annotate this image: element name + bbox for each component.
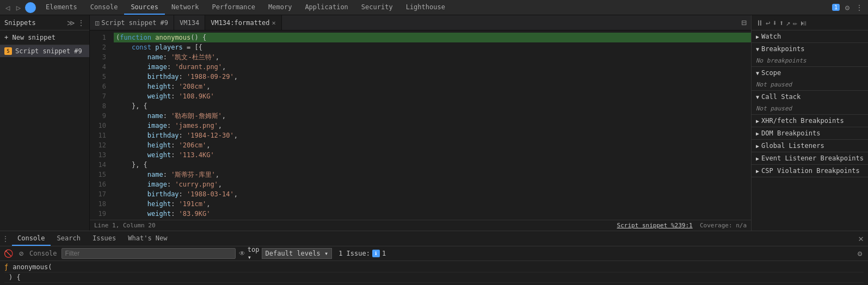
eye-icon[interactable]: 👁: [239, 250, 245, 257]
editor-tab-vm134-formatted[interactable]: VM134:formatted ✕: [205, 15, 282, 30]
main-area: ◫ Script snippet #9 VM134 VM134:formatte…: [90, 15, 751, 231]
sidebar-more[interactable]: ⋮: [77, 18, 85, 27]
code-line-10: image: 'james.png',: [114, 121, 751, 131]
breakpoints-label: Breakpoints: [761, 45, 804, 53]
line-num-4: 4: [90, 62, 112, 72]
editor-tab-vm134-formatted-label: VM134:formatted: [211, 19, 269, 27]
code-line-1: (function anonymous() {: [114, 33, 751, 42]
devtools-logo: [25, 2, 36, 13]
issue-badge[interactable]: 1 Issue: ℹ 1: [338, 250, 386, 257]
line-num-9: 9: [90, 111, 112, 121]
bottom-tab-whatsnew[interactable]: What's New: [122, 231, 173, 246]
bottom-tab-issues[interactable]: Issues: [87, 231, 121, 246]
clear-console-btn[interactable]: 🚫: [3, 249, 13, 258]
csp-arrow: ▶: [756, 168, 759, 174]
csp-header[interactable]: ▶ CSP Violation Breakpoints: [752, 165, 868, 177]
console-line-2: ) {: [4, 272, 864, 283]
deactivate-btn[interactable]: ✏: [793, 18, 797, 27]
step-into-btn[interactable]: ⬇: [772, 18, 777, 27]
editor-tab-vm134[interactable]: VM134: [174, 15, 205, 30]
top-context-btn[interactable]: top ▾: [249, 249, 258, 258]
tab-lighthouse[interactable]: Lighthouse: [399, 0, 452, 15]
panel-area: Snippets ≫ ⋮ + New snippet S Script snip…: [0, 15, 868, 231]
sidebar-item-snippet9[interactable]: S Script snippet #9: [0, 45, 89, 57]
step-btn[interactable]: ↗: [786, 18, 790, 27]
bottom-panel: ⋮ Console Search Issues What's New ✕ 🚫 ⊘…: [0, 231, 868, 285]
dom-header[interactable]: ▶ DOM Breakpoints: [752, 127, 868, 139]
line-num-15: 15: [90, 170, 112, 179]
pause-btn[interactable]: ⏸: [756, 18, 764, 27]
watch-arrow: ▶: [756, 34, 759, 40]
line-num-3: 3: [90, 52, 112, 62]
tab-security[interactable]: Security: [355, 0, 399, 15]
code-line-3: name: '凯文-杜兰特',: [114, 52, 751, 62]
code-content[interactable]: (function anonymous() { const players = …: [112, 30, 751, 220]
tab-sources[interactable]: Sources: [124, 0, 165, 15]
step-over-btn[interactable]: ↩: [766, 18, 770, 27]
code-line-15: name: '斯蒂芬-库里',: [114, 170, 751, 179]
editor-tab-close[interactable]: ✕: [272, 19, 276, 27]
split-view-icon[interactable]: ⊟: [741, 17, 747, 28]
forward-icon[interactable]: ▷: [14, 3, 23, 12]
tab-memory[interactable]: Memory: [262, 0, 298, 15]
filter-toggle-btn[interactable]: ⊘: [16, 249, 26, 258]
bottom-tab-search[interactable]: Search: [52, 231, 86, 246]
watch-header[interactable]: ▶ Watch: [752, 30, 868, 42]
breakpoints-header[interactable]: ▼ Breakpoints: [752, 43, 868, 55]
levels-dropdown[interactable]: Default levels ▾: [262, 248, 333, 259]
bottom-tab-console[interactable]: Console: [12, 231, 51, 246]
editor-tab-snippet9[interactable]: ◫ Script snippet #9: [90, 15, 174, 30]
nav-tabs: Elements Console Sources Network Perform…: [39, 0, 452, 15]
code-line-9: name: '勒布朗-詹姆斯',: [114, 111, 751, 121]
sidebar-chevron[interactable]: ≫: [67, 18, 75, 27]
console-filter-label: Console: [29, 250, 57, 257]
callstack-section: ▼ Call Stack Not paused: [752, 91, 868, 115]
code-line-16: image: 'curry.png',: [114, 179, 751, 189]
xhr-header[interactable]: ▶ XHR/fetch Breakpoints: [752, 115, 868, 127]
new-snippet-label: + New snippet: [4, 34, 56, 41]
filter-input[interactable]: [61, 248, 236, 259]
tab-network[interactable]: Network: [165, 0, 206, 15]
more-icon[interactable]: ⋮: [855, 3, 864, 12]
code-line-12: height: '206cm',: [114, 140, 751, 150]
callstack-header[interactable]: ▼ Call Stack: [752, 91, 868, 103]
bottom-close-btn[interactable]: ✕: [856, 233, 866, 244]
event-label: Event Listener Breakpoints: [761, 154, 864, 162]
code-line-11: birthday: '1984-12-30',: [114, 131, 751, 140]
line-num-5: 5: [90, 72, 112, 82]
console-output[interactable]: ƒ anonymous( ) { const players=[{name:'凯…: [0, 261, 868, 285]
settings-icon[interactable]: ⚙: [843, 3, 852, 12]
line-num-10: 10: [90, 121, 112, 131]
async-btn[interactable]: ⏯: [799, 18, 807, 27]
coverage-link[interactable]: Script snippet %239:1: [617, 222, 693, 229]
global-header[interactable]: ▶ Global Listeners: [752, 140, 868, 152]
debug-toolbar: ⏸ ↩ ⬇ ⬆ ↗ ✏ ⏯: [752, 15, 868, 30]
code-line-8: }, {: [114, 101, 751, 111]
new-snippet-button[interactable]: + New snippet: [0, 30, 89, 45]
tab-performance[interactable]: Performance: [206, 0, 262, 15]
line-numbers: 1 2 3 4 5 6 7 8 9 10 11 12 13 14 15 16 1…: [90, 30, 112, 220]
console-settings-btn[interactable]: ⚙: [855, 249, 865, 258]
line-num-18: 18: [90, 199, 112, 209]
code-line-13: weight: '113.4KG': [114, 150, 751, 160]
line-num-14: 14: [90, 160, 112, 170]
snippet-label: Script snippet #9: [15, 47, 82, 55]
step-out-btn[interactable]: ⬆: [779, 18, 784, 27]
tab-elements[interactable]: Elements: [39, 0, 84, 15]
bottom-more-icon[interactable]: ⋮: [2, 235, 9, 243]
cursor-position: Line 1, Column 20: [94, 222, 156, 229]
event-header[interactable]: ▶ Event Listener Breakpoints: [752, 152, 868, 164]
dom-section: ▶ DOM Breakpoints: [752, 127, 868, 140]
status-bar: Line 1, Column 20 Script snippet %239:1 …: [90, 220, 751, 231]
back-icon[interactable]: ◁: [3, 3, 12, 12]
scope-arrow: ▼: [756, 70, 759, 76]
global-arrow: ▶: [756, 143, 759, 149]
line-num-7: 7: [90, 91, 112, 101]
code-line-18: height: '191cm',: [114, 199, 751, 209]
breakpoints-section: ▼ Breakpoints No breakpoints: [752, 43, 868, 67]
scope-header[interactable]: ▼ Scope: [752, 67, 868, 79]
code-editor[interactable]: 1 2 3 4 5 6 7 8 9 10 11 12 13 14 15 16 1…: [90, 30, 751, 220]
callstack-body: Not paused: [752, 103, 868, 114]
tab-console[interactable]: Console: [84, 0, 125, 15]
tab-application[interactable]: Application: [298, 0, 354, 15]
